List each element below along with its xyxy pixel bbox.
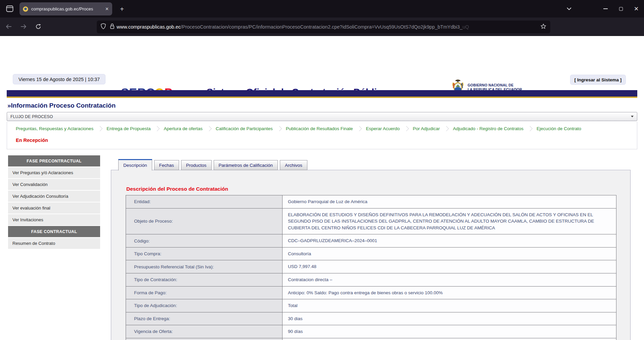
sidebar: FASE PRECONTRACTUAL Ver Preguntas y/ó Ac… [8,155,100,250]
tab-title: compraspublicas.gob.ec/Proces [31,6,102,11]
page-content: SERCOP Sistema Oficial de Contratación P… [0,36,644,340]
row-value: Total [283,299,616,312]
tab-fechas[interactable]: Fechas [154,160,179,170]
row-value: 90 días [283,325,616,338]
row-label: Forma de Pago: [126,287,283,299]
sidebar-item-adjudicacion[interactable]: Ver Adjudicación Consultoría [8,191,100,202]
shield-icon[interactable] [101,23,106,31]
restore-button[interactable] [613,0,629,17]
row-value: 30 dias [283,312,616,325]
table-row: Código: CDC–GADPRLUZDEAMERICA–2024–0001 [126,234,616,248]
row-label: Entidad: [126,195,283,208]
breadcrumb-item[interactable]: Entrega de Propuesta [106,126,151,131]
new-tab-button[interactable]: + [118,5,126,13]
browser-tab-bar: compraspublicas.gob.ec/Proces ✕ + ✕ [0,0,644,17]
row-label: Tipo Compra: [126,248,283,260]
row-label: Tipo de Adjudicación: [126,299,283,312]
datetime-display: Viernes 15 de Agosto de 2025 | 10:37 [13,74,105,84]
tab-productos[interactable]: Productos [181,160,212,170]
row-value: Consultoría [283,248,616,260]
breadcrumb: Preguntas, Respuestas y Aclaraciones Ent… [7,122,637,131]
breadcrumb-item[interactable]: Calificación de Participantes [216,126,273,131]
navy-divider-band [7,90,637,98]
table-row: Entidad: Gobierno Parroquial de Luz de A… [126,195,616,209]
sidebar-item-invitaciones[interactable]: Ver Invitaciones [8,214,100,225]
forward-icon[interactable] [17,21,30,33]
row-label: Funcionario encargado del proceso: [126,338,283,340]
detail-tabs: Descripción Fechas Productos Parámetros … [118,159,307,170]
sidebar-item-preguntas[interactable]: Ver Preguntas y/ó Aclaraciones [8,167,100,178]
table-row: Tipo Compra: Consultoría [126,248,616,261]
row-label: Vigencia de Oferta: [126,325,283,338]
sidebar-header-contractual: FASE CONTRACTUAL [8,226,100,237]
detail-title: Descripción del Proceso de Contratación [126,186,228,192]
sidebar-item-evaluacion[interactable]: Ver evaluación final [8,202,100,214]
sidebar-item-resumen[interactable]: Resumen de Contrato [8,238,100,249]
chevron-separator-icon [207,126,212,131]
row-value: CDC–GADPRLUZDEAMERICA–2024–0001 [283,234,616,247]
row-label: Presupuesto Referencial Total (Sin Iva): [126,260,283,273]
row-label: Código: [126,234,283,247]
breadcrumb-item[interactable]: Esperar Acuerdo [366,126,400,131]
chevron-separator-icon [97,126,103,131]
row-label: Tipo de Contratación: [126,273,283,286]
tab-descripcion[interactable]: Descripción [118,159,152,171]
table-row: Funcionario encargado del proceso: lour_… [126,338,616,340]
table-row: Presupuesto Referencial Total (Sin Iva):… [126,260,616,273]
sidebar-header-precontractual: FASE PRECONTRACTUAL [8,155,100,166]
section-heading: »Información Proceso Contratación [7,102,116,109]
table-row: Objeto de Proceso: ELABORACIÓN DE ESTUDI… [126,209,616,235]
browser-window: compraspublicas.gob.ec/Proces ✕ + ✕ [0,0,644,340]
process-flow-value: FLUJO DE PROCESO [10,114,53,119]
status-badge: En Recepción [16,138,48,143]
browser-tab[interactable]: compraspublicas.gob.ec/Proces ✕ [19,2,112,15]
table-row: Tipo de Contratación: Contratacion direc… [126,273,616,287]
table-row: Vigencia de Oferta: 90 días [126,325,616,338]
chevron-separator-icon [404,126,409,131]
row-label: Plazo de Entrega: [126,312,283,325]
breadcrumb-item[interactable]: Preguntas, Respuestas y Aclaraciones [16,126,93,131]
chevron-separator-icon [444,126,449,131]
breadcrumb-item[interactable]: Adjudicado - Registro de Contratos [453,126,523,131]
breadcrumb-item[interactable]: Por Adjudicar [413,126,440,131]
table-row: Tipo de Adjudicación: Total [126,299,616,312]
lock-icon[interactable] [110,23,115,31]
row-value: Gobierno Parroquial de Luz de América [283,195,616,208]
breadcrumb-item[interactable]: Publicación de Resultados Finale [286,126,353,131]
process-flow-select[interactable]: FLUJO DE PROCESO [7,112,637,121]
tab-close-icon[interactable]: ✕ [105,6,109,11]
reload-icon[interactable] [32,21,44,33]
firefox-view-icon[interactable] [5,4,15,13]
row-value: USD 7,997.48 [283,260,616,273]
process-flow-box: Preguntas, Respuestas y Aclaraciones Ent… [7,122,637,149]
chevron-down-icon [631,116,634,117]
url-bar[interactable]: www.compraspublicas.gob.ec/ProcesoContra… [97,21,550,33]
tab-archivos[interactable]: Archivos [280,160,307,170]
row-value: ELABORACIÓN DE ESTUDIOS Y DISEÑOS DEFINI… [283,209,616,234]
browser-nav-bar: www.compraspublicas.gob.ec/ProcesoContra… [0,17,644,36]
url-path: /ProcesoContratacion/compras/PC/informac… [181,24,538,30]
back-icon[interactable] [3,21,15,33]
breadcrumb-item[interactable]: Ejecución de Contrato [536,126,581,131]
row-value[interactable]: lour_ferrin@hotmail.es [283,338,616,340]
table-row: Plazo de Entrega: 30 dias [126,312,616,326]
url-host: www.compraspublicas.gob.ec [117,24,181,30]
breadcrumb-item[interactable]: Apertura de ofertas [164,126,203,131]
bookmark-star-icon[interactable] [541,24,546,31]
sidebar-item-convalidacion[interactable]: Ver Convalidación [8,179,100,190]
row-value: Anticipo: 0% Saldo: Pago contra entrega … [283,287,616,299]
login-button[interactable]: [ Ingresar al Sistema ] [570,75,626,85]
tab-parametros[interactable]: Parámetros de Calificación [214,160,278,170]
minimize-button[interactable] [598,0,613,17]
close-button[interactable]: ✕ [629,0,644,17]
chevron-separator-icon [155,126,160,131]
tab-list-chevron-icon[interactable] [561,0,577,17]
chevron-separator-icon [357,126,362,131]
table-row: Forma de Pago: Anticipo: 0% Saldo: Pago … [126,287,616,300]
tab-favicon-icon [23,6,28,12]
chevron-separator-icon [276,126,282,131]
row-label: Objeto de Proceso: [126,209,283,234]
detail-table: Entidad: Gobierno Parroquial de Luz de A… [126,195,616,340]
row-value: Contratacion directa – [283,273,616,286]
chevron-separator-icon [527,126,533,131]
